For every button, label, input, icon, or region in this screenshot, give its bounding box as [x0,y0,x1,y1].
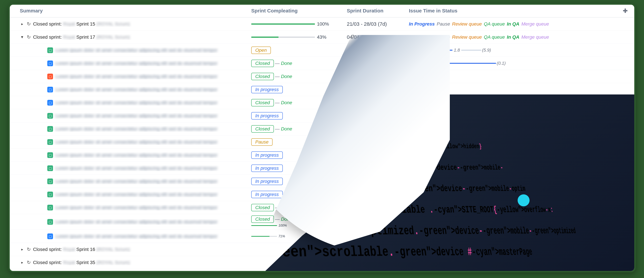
resolution-label: Done [281,205,292,210]
sprint-row[interactable]: ▸ ↻ Closed sprint: Royal Sprint 15 (ROYA… [10,18,634,31]
sprint-duration: 21/03 - 28/03 (7d) [347,21,409,27]
issue-row[interactable]: ▢ Lorem ipsum dolor sit amet consectetur… [10,44,634,57]
issue-status-cell: In progress [251,112,347,119]
report-panel: Summary Sprint Compleating Sprint Durati… [8,3,636,272]
issue-title: Lorem ipsum dolor sit amet consectetur a… [55,74,251,79]
status-trail: In ProgressPauseReview queueQA queueIn Q… [409,21,628,27]
col-sprint-duration[interactable]: Sprint Duration [347,8,409,14]
sprint-row[interactable]: ▼ ↻ Closed sprint: Royal Sprint 17 (ROYA… [10,31,634,44]
issue-row[interactable]: ▢ Lorem ipsum dolor sit amet consectetur… [10,83,634,96]
issue-status-cell: Closed—Done [251,73,347,80]
issue-status-cell: Pause [251,138,347,146]
issue-type-icon: ▢ [47,100,53,105]
status-pill: In progress [251,86,283,93]
sprint-title: Closed sprint: Royal Sprint 35 (ROYAL Sc… [33,260,130,265]
issue-title: Lorem ipsum dolor sit amet consectetur a… [55,234,251,239]
status-pill: Open [251,47,271,54]
issue-title: Lorem ipsum dolor sit amet consectetur a… [55,153,251,158]
col-sprint-completing[interactable]: Sprint Compleating [251,8,347,14]
issue-type-icon: ▢ [47,165,53,171]
col-summary[interactable]: Summary [20,8,251,14]
status-pill: Closed [251,99,274,106]
code-line: -green">scrollable.-green">device #-cyan… [265,242,533,262]
issue-type-icon: ▢ [47,47,53,53]
issue-title: Lorem ipsum dolor sit amet consectetur a… [55,219,251,225]
issue-type-icon: ▢ [47,87,53,92]
resolution-label: Done [281,100,292,105]
issue-type-icon: ▢ [47,139,53,145]
issue-title: Lorem ipsum dolor sit amet consectetur a… [55,179,251,184]
sprint-cycle-icon: ↻ [27,34,31,40]
add-column-button[interactable]: ✚ [618,8,628,14]
col-issue-time[interactable]: Issue Time in Status [409,8,618,14]
issue-type-icon: ▢ [47,205,53,210]
issue-status-cell: Closed—Done [251,204,347,211]
status-pill: Closed [251,60,274,67]
resolution-label: Done [281,61,292,66]
resolution-label: Done [281,74,292,79]
issue-status-cell: Open [251,47,347,54]
issue-type-icon: ▢ [47,179,53,184]
column-header-row: Summary Sprint Compleating Sprint Durati… [10,5,634,18]
status-pill: Closed [251,73,274,80]
status-pill: In progress [251,191,283,198]
sprint-progress: 43% [251,35,347,40]
status-pill: Closed [251,204,274,211]
issue-type-icon: ▢ [47,152,53,158]
status-pill: In progress [251,178,283,185]
issue-title: Lorem ipsum dolor sit amet consectetur a… [55,113,251,118]
issue-title: Lorem ipsum dolor sit amet consectetur a… [55,100,251,105]
issue-type-icon: ▢ [47,113,53,119]
issue-status-cell: In progress [251,165,347,172]
issue-status-cell: Closed—Done [251,60,347,67]
status-pill: Closed [251,215,274,223]
time-in-status-bar: (0.1) [409,61,628,66]
issue-type-icon: ▢ [47,192,53,197]
issue-type-icon: ▢ [47,219,53,225]
issue-type-icon: ▢ [47,74,53,79]
issue-title: Lorem ipsum dolor sit amet consectetur a… [55,139,251,145]
issue-row[interactable]: ▢ Lorem ipsum dolor sit amet consectetur… [10,57,634,70]
resolution-label: Done [281,126,292,131]
issue-status-cell: In progress [251,86,347,93]
issue-title: Lorem ipsum dolor sit amet consectetur a… [55,205,251,210]
issue-status-cell: Closed—Done [251,125,347,132]
issue-status-cell: In progress [251,178,347,185]
status-pill: In progress [251,112,283,119]
time-in-status-bar: 1.8 (5.9) [409,48,628,53]
status-pill: Closed [251,125,274,132]
sprint-cycle-icon: ↻ [27,247,31,252]
issue-status-cell: In progress [251,191,347,198]
sprint-title: Closed sprint: Royal Sprint 15 (ROYAL Sc… [33,21,130,27]
issue-title: Lorem ipsum dolor sit amet consectetur a… [55,192,251,197]
issue-status-cell: Closed—Done [251,99,347,106]
issue-type-icon: ▢ [47,233,53,239]
sprint-cycle-icon: ↻ [27,260,31,265]
sprint-duration: 04/04 - 11/04 [347,34,409,40]
sprint-cycle-icon: ↻ [27,21,31,27]
resolution-label: Done [281,216,292,222]
expand-toggle-icon[interactable]: ▸ [20,22,24,26]
expand-toggle-icon[interactable]: ▸ [20,247,24,252]
issue-type-icon: ▢ [47,61,53,66]
status-pill: In progress [251,165,283,172]
sprint-title: Closed sprint: Royal Sprint 16 (ROYAL Sc… [33,247,130,252]
issue-row[interactable]: ▢ Lorem ipsum dolor sit amet consectetur… [10,70,634,83]
issue-title: Lorem ipsum dolor sit amet consectetur a… [55,166,251,171]
issue-title: Lorem ipsum dolor sit amet consectetur a… [55,87,251,92]
expand-toggle-icon[interactable]: ▼ [20,35,24,39]
issue-status-cell: In progress [251,152,347,159]
issue-title: Lorem ipsum dolor sit amet consectetur a… [55,126,251,131]
issue-title: Lorem ipsum dolor sit amet consectetur a… [55,48,251,53]
issue-type-icon: ▢ [47,126,53,132]
sprint-title: Closed sprint: Royal Sprint 17 (ROYAL Sc… [33,35,130,40]
status-trail: In ProgressPauseReview queueQA queueIn Q… [409,35,628,40]
sprint-progress: 100% [251,21,347,27]
issue-title: Lorem ipsum dolor sit amet consectetur a… [55,61,251,66]
status-pill: Pause [251,138,272,146]
status-pill: In progress [251,152,283,159]
expand-toggle-icon[interactable]: ▸ [20,260,24,265]
